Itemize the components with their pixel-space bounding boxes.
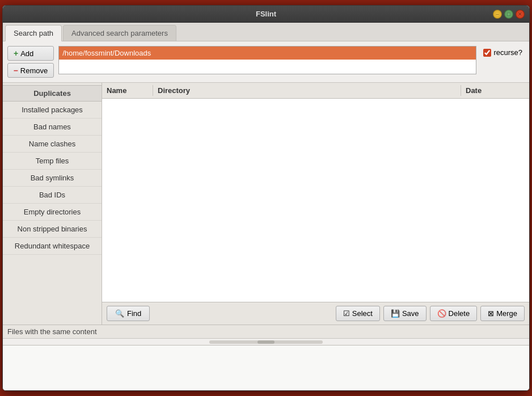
sidebar-item-bad-names[interactable]: Bad names — [3, 119, 102, 136]
sidebar-item-name-clashes[interactable]: Name clashes — [3, 136, 102, 153]
add-icon: + — [14, 49, 18, 58]
sidebar-item-temp-files[interactable]: Temp files — [3, 153, 102, 170]
delete-button[interactable]: 🚫 Delete — [430, 306, 478, 321]
sidebar-item-redundant-whitespace[interactable]: Redundant whitespace — [3, 238, 102, 255]
tab-advanced-search[interactable]: Advanced search parameters — [63, 25, 176, 41]
find-button[interactable]: 🔍 Find — [107, 306, 150, 321]
sidebar-item-bad-ids[interactable]: Bad IDs — [3, 187, 102, 204]
remove-button[interactable]: – Remove — [7, 63, 54, 78]
path-item[interactable]: /home/fossmint/Downloads — [59, 47, 476, 60]
col-name: Name — [102, 85, 153, 96]
main-area: Duplicates Installed packages Bad names … — [3, 83, 529, 325]
status-bar: Files with the same content — [3, 325, 529, 338]
search-path-area: + Add – Remove /home/fossmint/Downloads … — [3, 41, 529, 83]
minimize-button[interactable]: – — [493, 10, 502, 19]
save-button[interactable]: 💾 Save — [383, 306, 427, 321]
scrollbar-track[interactable] — [209, 340, 323, 344]
recurse-checkbox[interactable] — [483, 49, 491, 57]
maximize-button[interactable]: □ — [504, 10, 513, 19]
sidebar-section-header: Duplicates — [3, 85, 102, 102]
select-icon: ☑ — [343, 309, 350, 318]
window-controls: – □ ✕ — [493, 10, 525, 19]
path-buttons: + Add – Remove — [7, 46, 54, 78]
table-header: Name Directory Date — [102, 83, 529, 99]
window-title: FSlint — [256, 10, 276, 18]
col-date: Date — [461, 85, 529, 96]
recurse-area: recurse? — [481, 46, 525, 59]
tab-bar: Search path Advanced search parameters — [3, 23, 529, 41]
path-list[interactable]: /home/fossmint/Downloads — [58, 46, 476, 74]
col-directory: Directory — [153, 85, 461, 96]
sidebar-item-bad-symlinks[interactable]: Bad symlinks — [3, 170, 102, 187]
status-text: Files with the same content — [7, 327, 97, 336]
scrollbar-area[interactable] — [3, 338, 529, 345]
scrollbar-thumb[interactable] — [257, 340, 275, 344]
table-body[interactable] — [102, 99, 529, 302]
select-button[interactable]: ☑ Select — [336, 306, 380, 321]
remove-icon: – — [14, 66, 18, 75]
action-buttons: ☑ Select 💾 Save 🚫 Delete ⊠ Merge — [336, 306, 525, 321]
merge-icon: ⊠ — [488, 309, 494, 318]
sidebar-item-empty-directories[interactable]: Empty directories — [3, 204, 102, 221]
tab-search-path[interactable]: Search path — [5, 25, 62, 41]
sidebar-item-installed-packages[interactable]: Installed packages — [3, 102, 102, 119]
main-window: FSlint – □ ✕ Search path Advanced search… — [2, 5, 530, 391]
find-icon: 🔍 — [115, 309, 124, 318]
sidebar-item-non-stripped-binaries[interactable]: Non stripped binaries — [3, 221, 102, 238]
bottom-toolbar: 🔍 Find ☑ Select 💾 Save 🚫 Delete — [102, 302, 529, 325]
add-button[interactable]: + Add — [7, 46, 54, 61]
recurse-label: recurse? — [493, 48, 522, 57]
content-area: Name Directory Date 🔍 Find ☑ Select — [102, 83, 529, 325]
text-preview-area — [3, 345, 529, 390]
delete-icon: 🚫 — [437, 309, 446, 318]
sidebar: Duplicates Installed packages Bad names … — [3, 83, 102, 325]
merge-button[interactable]: ⊠ Merge — [480, 306, 525, 321]
save-icon: 💾 — [391, 309, 400, 318]
close-button[interactable]: ✕ — [516, 10, 525, 19]
titlebar: FSlint – □ ✕ — [3, 6, 529, 23]
